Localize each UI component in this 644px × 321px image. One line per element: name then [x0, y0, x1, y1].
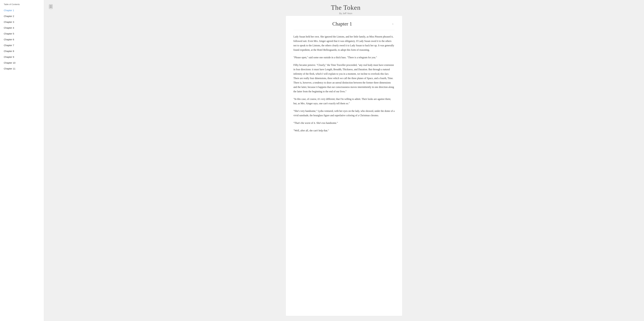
- sidebar: Table of Contents Chapter 1Chapter 2Chap…: [0, 0, 44, 321]
- next-chapter-button[interactable]: ›: [391, 22, 395, 26]
- chapter-paragraph: "She's very handsome," Lydia ventured, w…: [294, 109, 395, 118]
- sidebar-chapter-6[interactable]: Chapter 6: [0, 37, 44, 42]
- chapter-paragraph: Lady Susan held her own. She ignored the…: [294, 35, 395, 52]
- chapter-title: Chapter 1: [294, 21, 391, 27]
- sidebar-chapter-1[interactable]: Chapter 1: [0, 8, 44, 13]
- header-info: The Token By Jeff Yeon: [52, 4, 639, 15]
- sidebar-chapter-7[interactable]: Chapter 7: [0, 42, 44, 48]
- chapter-paragraph: "In this case, of course, it's very diff…: [294, 97, 395, 106]
- sidebar-chapter-3[interactable]: Chapter 3: [0, 19, 44, 25]
- chapter-card: Chapter 1 › Lady Susan held her own. She…: [286, 16, 402, 316]
- sidebar-chapter-9[interactable]: Chapter 9: [0, 54, 44, 60]
- sidebar-chapter-10[interactable]: Chapter 10: [0, 60, 44, 66]
- chapter-list: Chapter 1Chapter 2Chapter 3Chapter 4Chap…: [0, 8, 44, 72]
- sidebar-chapter-11[interactable]: Chapter 11: [0, 66, 44, 72]
- toc-label: Table of Contents: [0, 3, 44, 8]
- chapter-paragraph: "That's the worst of it. She's too hands…: [294, 121, 395, 125]
- chapter-paragraph: Filby became pensive. "Clearly," the Tim…: [294, 63, 395, 94]
- chapter-content: Lady Susan held her own. She ignored the…: [294, 35, 395, 133]
- sidebar-chapter-4[interactable]: Chapter 4: [0, 25, 44, 31]
- main-content: ☰ The Token By Jeff Yeon Chapter 1 › Lad…: [44, 0, 644, 321]
- sidebar-chapter-5[interactable]: Chapter 5: [0, 31, 44, 37]
- sidebar-chapter-8[interactable]: Chapter 8: [0, 48, 44, 54]
- content-area: Chapter 1 › Lady Susan held her own. She…: [44, 16, 644, 321]
- book-title: The Token: [52, 4, 639, 11]
- menu-icon[interactable]: ☰: [49, 5, 52, 9]
- topbar: ☰ The Token By Jeff Yeon: [44, 0, 644, 16]
- chapter-paragraph: "Well, after all, she can't help that.": [294, 128, 395, 133]
- sidebar-chapter-2[interactable]: Chapter 2: [0, 13, 44, 19]
- book-author: By Jeff Yeon: [52, 12, 639, 15]
- chapter-paragraph: "Please open," said some one outside in …: [294, 55, 395, 60]
- chapter-header: Chapter 1 ›: [294, 21, 395, 30]
